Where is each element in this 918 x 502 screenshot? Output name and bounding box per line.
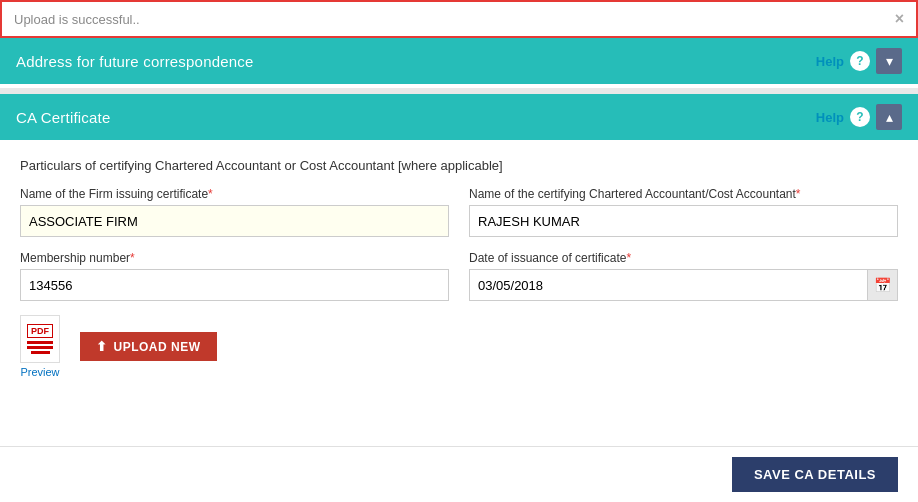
membership-label: Membership number* [20,251,449,265]
pdf-icon-label: PDF [27,324,53,338]
address-chevron-icon: ▾ [886,53,893,69]
pdf-line-2 [27,346,54,349]
form-row-2: Membership number* Date of issuance of c… [20,251,898,301]
pdf-line-1 [27,341,54,344]
calendar-icon-btn[interactable]: 📅 [867,270,897,300]
upload-new-label: UPLOAD NEW [114,340,201,354]
pdf-preview-label: Preview [20,366,59,378]
date-label: Date of issuance of certificate* [469,251,898,265]
address-section-title: Address for future correspondence [16,53,254,70]
ca-particulars-text: Particulars of certifying Chartered Acco… [20,158,503,173]
ca-body: Particulars of certifying Chartered Acco… [0,144,918,446]
address-section-header: Address for future correspondence Help ?… [0,38,918,84]
ca-name-input[interactable] [469,205,898,237]
ca-section-header: CA Certificate Help ? ▴ [0,94,918,140]
upload-icon: ⬆ [96,339,108,354]
ca-section-right: Help ? ▴ [816,104,902,130]
upload-banner: Upload is successful.. × [0,0,918,38]
upload-new-button[interactable]: ⬆ UPLOAD NEW [80,332,217,361]
membership-required-star: * [130,251,135,265]
page-wrapper: Upload is successful.. × Address for fut… [0,0,918,502]
ca-name-label: Name of the certifying Chartered Account… [469,187,898,201]
pdf-icon: PDF [20,315,60,363]
date-input-wrapper: 📅 [469,269,898,301]
firm-required-star: * [208,187,213,201]
address-section-right: Help ? ▾ [816,48,902,74]
ca-name-group: Name of the certifying Chartered Account… [469,187,898,237]
address-chevron-btn[interactable]: ▾ [876,48,902,74]
date-input[interactable] [470,270,867,300]
membership-group: Membership number* [20,251,449,301]
upload-banner-close[interactable]: × [895,11,904,27]
firm-name-label: Name of the Firm issuing certificate* [20,187,449,201]
ca-chevron-btn[interactable]: ▴ [876,104,902,130]
upload-row: PDF Preview ⬆ UPLOAD NEW [20,315,898,378]
form-row-1: Name of the Firm issuing certificate* Na… [20,187,898,237]
date-required-star: * [626,251,631,265]
firm-name-group: Name of the Firm issuing certificate* [20,187,449,237]
firm-name-input[interactable] [20,205,449,237]
save-ca-label: SAVE CA DETAILS [754,467,876,482]
ca-chevron-icon: ▴ [886,109,893,125]
save-ca-button[interactable]: SAVE CA DETAILS [732,457,898,492]
ca-section-title: CA Certificate [16,109,111,126]
pdf-preview[interactable]: PDF Preview [20,315,60,378]
ca-particulars-title: Particulars of certifying Chartered Acco… [20,158,898,173]
pdf-line-3 [31,351,50,354]
membership-input[interactable] [20,269,449,301]
bottom-bar: SAVE CA DETAILS [0,446,918,502]
address-help-icon[interactable]: ? [850,51,870,71]
upload-banner-text: Upload is successful.. [14,12,140,27]
date-group: Date of issuance of certificate* 📅 [469,251,898,301]
ca-help-icon[interactable]: ? [850,107,870,127]
calendar-icon: 📅 [874,277,891,293]
ca-help-label[interactable]: Help [816,110,844,125]
ca-name-required-star: * [796,187,801,201]
address-help-label[interactable]: Help [816,54,844,69]
